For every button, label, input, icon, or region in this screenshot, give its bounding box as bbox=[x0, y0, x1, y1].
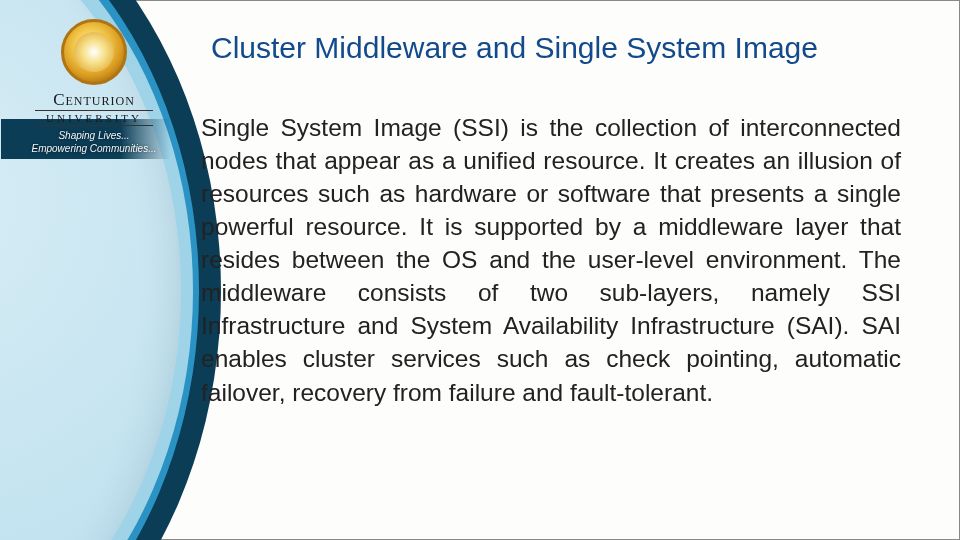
university-emblem-icon bbox=[61, 19, 127, 85]
slide: Centurion UNIVERSITY Shaping Lives... Em… bbox=[0, 0, 960, 540]
university-tagline-1: Shaping Lives... bbox=[29, 130, 159, 143]
slide-body: Single System Image (SSI) is the collect… bbox=[201, 111, 901, 409]
slide-title: Cluster Middleware and Single System Ima… bbox=[211, 31, 931, 65]
university-name: Centurion bbox=[29, 91, 159, 108]
university-logo-block: Centurion UNIVERSITY Shaping Lives... Em… bbox=[29, 19, 159, 155]
university-tagline-2: Empowering Communities... bbox=[29, 143, 159, 156]
university-subname: UNIVERSITY bbox=[35, 110, 153, 126]
